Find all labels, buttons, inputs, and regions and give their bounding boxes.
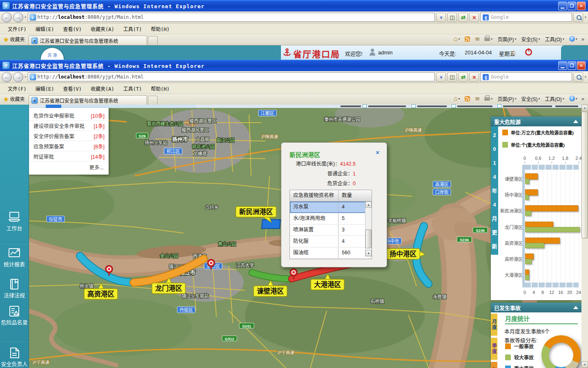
favorites-star-icon[interactable]: ★: [3, 36, 9, 43]
menu-help[interactable]: 帮助(H): [146, 24, 174, 34]
table-scroll-up[interactable]: ▲: [365, 202, 372, 208]
bar-orange[interactable]: [525, 205, 578, 211]
minimize-button[interactable]: ▁: [558, 61, 567, 70]
scroll-down-button[interactable]: ▼: [581, 361, 588, 368]
address-bar[interactable]: e http://localhost:8080/yjpt/Main.html: [28, 13, 435, 22]
todo-item-4[interactable]: 应急预案备案[8条]: [29, 141, 109, 151]
table-scroll-thumb[interactable]: [365, 229, 372, 248]
refresh-button[interactable]: ⇄: [458, 13, 468, 22]
page-menu-button[interactable]: 页面(P)▾: [495, 34, 518, 44]
browser-tab[interactable]: e 江苏省港口安全监管与应急管理系统: [29, 36, 147, 45]
favorites-label[interactable]: 收藏夹: [10, 95, 24, 102]
menu-favorites[interactable]: 收藏夹(A): [86, 83, 119, 94]
maximize-button[interactable]: ❐: [568, 2, 576, 10]
todo-item-3[interactable]: 安全评价报告备案[2条]: [29, 131, 109, 141]
port-label[interactable]: 扬中港区: [386, 249, 425, 259]
history-dropdown-icon[interactable]: ▾: [24, 15, 27, 19]
search-button[interactable]: [573, 13, 583, 22]
forward-button[interactable]: →: [13, 72, 23, 82]
menu-view[interactable]: 查看(V): [58, 24, 86, 34]
close-button[interactable]: ×: [577, 2, 586, 10]
new-tab-stub[interactable]: [148, 96, 158, 105]
search-dropdown-icon[interactable]: ▾: [584, 75, 586, 79]
search-dropdown-icon[interactable]: ▾: [584, 15, 586, 19]
home-shortcut-icon[interactable]: ⌂: [511, 48, 516, 57]
logout-power-icon[interactable]: [525, 49, 532, 56]
table-row[interactable]: 防化服4: [290, 236, 372, 247]
menu-file[interactable]: 文件(F): [3, 83, 31, 94]
title-bar[interactable]: e 江苏省港口安全监管与应急管理系统 - Windows Internet Ex…: [0, 60, 588, 71]
table-scrollbar[interactable]: ▲▼: [365, 202, 372, 257]
bar-green[interactable]: [525, 259, 532, 264]
home-button[interactable]: ⌂▾: [452, 35, 462, 43]
favorites-label[interactable]: 收藏夹: [10, 36, 24, 43]
address-bar[interactable]: e http://localhost:8080/yjpt/Main.html: [28, 72, 435, 81]
help-button[interactable]: ?▾: [567, 94, 579, 103]
tools-menu-button[interactable]: 工具(O)▾: [543, 94, 566, 103]
mail-button[interactable]: ✉: [473, 35, 481, 43]
tools-menu-button[interactable]: 工具(O)▾: [543, 34, 566, 44]
collapse-arrow-icon[interactable]: [573, 306, 578, 309]
layer-checkbox[interactable]: [452, 104, 456, 108]
more-commands-chevron[interactable]: »: [580, 36, 586, 42]
help-button[interactable]: ?▾: [567, 35, 579, 43]
search-box[interactable]: g Google: [480, 72, 572, 81]
sidebar-item-3[interactable]: 法律法规: [0, 278, 29, 299]
search-button[interactable]: [573, 72, 583, 82]
browser-tab[interactable]: e 江苏省港口安全监管与应急管理系统: [29, 95, 147, 105]
print-button[interactable]: ▾: [482, 95, 494, 102]
scroll-up-button[interactable]: ▲: [581, 105, 588, 111]
layer-checkbox[interactable]: [363, 104, 367, 108]
safety-menu-button[interactable]: 安全(S)▾: [519, 34, 542, 44]
menu-file[interactable]: 文件(F): [3, 24, 31, 34]
menu-view[interactable]: 查看(V): [58, 83, 86, 94]
layer-checkbox[interactable]: [412, 104, 416, 108]
back-button[interactable]: ←: [2, 12, 12, 22]
menu-tools[interactable]: 工具(T): [119, 24, 147, 34]
bar-green[interactable]: [525, 227, 580, 232]
stop-button[interactable]: ×: [469, 13, 479, 22]
maximize-button[interactable]: ❐: [568, 61, 576, 70]
new-tab-stub[interactable]: [148, 36, 158, 45]
menu-edit[interactable]: 编辑(E): [31, 24, 59, 34]
table-row[interactable]: 污水泵4: [290, 202, 372, 213]
close-button[interactable]: ×: [577, 61, 586, 70]
bar-green[interactable]: [525, 243, 544, 248]
sidebar-item-4[interactable]: 危险品名录: [0, 305, 29, 326]
back-button[interactable]: ←: [2, 72, 12, 82]
address-dropdown-button[interactable]: ∨: [436, 13, 446, 22]
table-scroll-down[interactable]: ▼: [365, 250, 372, 256]
bar-green[interactable]: [525, 179, 529, 184]
menu-edit[interactable]: 编辑(E): [31, 83, 59, 94]
period-tab-1[interactable]: 月度: [491, 314, 497, 336]
accidents-panel-header[interactable]: 已发生事故: [491, 303, 581, 312]
collapse-arrow-icon[interactable]: [573, 120, 578, 123]
table-row[interactable]: 水/泡沫两用炮5: [290, 213, 372, 224]
bar-green[interactable]: [525, 211, 531, 216]
page-menu-button[interactable]: 页面(P)▾: [495, 94, 518, 103]
favorites-star-icon[interactable]: ★: [3, 96, 9, 103]
home-button[interactable]: ⌂▾: [452, 94, 462, 103]
menu-tools[interactable]: 工具(T): [119, 83, 147, 94]
todo-item-5[interactable]: 附证审批[14条]: [29, 151, 109, 162]
hazard-panel-header[interactable]: 重大危险源: [491, 117, 581, 126]
layer-checkbox[interactable]: [497, 104, 501, 108]
forward-button[interactable]: →: [13, 12, 23, 22]
compatibility-view-button[interactable]: ◫: [447, 72, 457, 82]
scroll-thumb[interactable]: [581, 112, 588, 238]
todo-item-1[interactable]: 危货作业申报审批[10条]: [29, 110, 109, 121]
todo-item-2[interactable]: 建设项目安全条件审批[1条]: [29, 121, 109, 131]
address-dropdown-button[interactable]: ∨: [436, 72, 446, 82]
popup-close-icon[interactable]: ×: [376, 149, 379, 155]
sidebar-item-2[interactable]: 统计报表: [0, 247, 29, 268]
print-button[interactable]: ▾: [482, 36, 494, 42]
search-box[interactable]: g Google: [480, 13, 572, 22]
period-tab-3[interactable]: 年度: [491, 362, 497, 368]
todo-more-link[interactable]: 更多...: [29, 162, 109, 172]
menu-help[interactable]: 帮助(H): [146, 83, 174, 94]
stop-button[interactable]: ×: [469, 72, 479, 82]
table-row[interactable]: 围油缆560: [290, 247, 372, 259]
rss-button[interactable]: [463, 95, 472, 103]
title-bar[interactable]: e 江苏省港口安全监管与应急管理系统 - Windows Internet Ex…: [0, 0, 588, 11]
bar-green[interactable]: [525, 275, 529, 280]
